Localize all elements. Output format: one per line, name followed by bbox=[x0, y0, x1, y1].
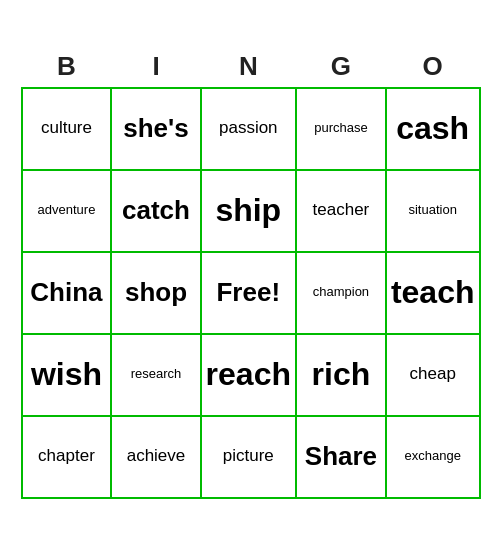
header-cell: O bbox=[386, 46, 480, 88]
cell-label: ship bbox=[206, 193, 291, 228]
cell-label: situation bbox=[391, 203, 475, 217]
cell-label: champion bbox=[301, 285, 381, 299]
bingo-cell: Share bbox=[296, 416, 386, 498]
cell-label: Free! bbox=[206, 278, 291, 307]
bingo-cell: exchange bbox=[386, 416, 480, 498]
bingo-cell: Free! bbox=[201, 252, 296, 334]
bingo-cell: she's bbox=[111, 88, 200, 170]
cell-label: catch bbox=[116, 196, 195, 225]
bingo-cell: achieve bbox=[111, 416, 200, 498]
bingo-cell: research bbox=[111, 334, 200, 416]
bingo-cell: cheap bbox=[386, 334, 480, 416]
cell-label: exchange bbox=[391, 449, 475, 463]
cell-label: wish bbox=[27, 357, 107, 392]
bingo-cell: purchase bbox=[296, 88, 386, 170]
cell-label: achieve bbox=[116, 447, 195, 466]
bingo-cell: adventure bbox=[22, 170, 112, 252]
bingo-cell: catch bbox=[111, 170, 200, 252]
cell-label: she's bbox=[116, 114, 195, 143]
bingo-table: BINGO cultureshe'spassionpurchasecashadv… bbox=[21, 46, 481, 499]
bingo-cell: passion bbox=[201, 88, 296, 170]
table-row: chapterachievepictureShareexchange bbox=[22, 416, 480, 498]
bingo-cell: shop bbox=[111, 252, 200, 334]
header-cell: I bbox=[111, 46, 200, 88]
bingo-cell: China bbox=[22, 252, 112, 334]
cell-label: chapter bbox=[27, 447, 107, 466]
header-cell: N bbox=[201, 46, 296, 88]
cell-label: China bbox=[27, 278, 107, 307]
header-cell: B bbox=[22, 46, 112, 88]
cell-label: teacher bbox=[301, 201, 381, 220]
bingo-cell: picture bbox=[201, 416, 296, 498]
table-row: cultureshe'spassionpurchasecash bbox=[22, 88, 480, 170]
cell-label: research bbox=[116, 367, 195, 381]
table-row: ChinashopFree!championteach bbox=[22, 252, 480, 334]
bingo-cell: culture bbox=[22, 88, 112, 170]
cell-label: cash bbox=[391, 111, 475, 146]
bingo-cell: cash bbox=[386, 88, 480, 170]
cell-label: culture bbox=[27, 119, 107, 138]
bingo-cell: chapter bbox=[22, 416, 112, 498]
bingo-cell: rich bbox=[296, 334, 386, 416]
header-row: BINGO bbox=[22, 46, 480, 88]
cell-label: picture bbox=[206, 447, 291, 466]
bingo-cell: ship bbox=[201, 170, 296, 252]
cell-label: teach bbox=[391, 275, 475, 310]
cell-label: cheap bbox=[391, 365, 475, 384]
bingo-cell: teach bbox=[386, 252, 480, 334]
cell-label: Share bbox=[301, 442, 381, 471]
header-cell: G bbox=[296, 46, 386, 88]
cell-label: passion bbox=[206, 119, 291, 138]
table-row: wishresearchreachrichcheap bbox=[22, 334, 480, 416]
bingo-cell: situation bbox=[386, 170, 480, 252]
bingo-cell: teacher bbox=[296, 170, 386, 252]
bingo-cell: champion bbox=[296, 252, 386, 334]
cell-label: reach bbox=[206, 357, 291, 392]
cell-label: rich bbox=[301, 357, 381, 392]
bingo-cell: reach bbox=[201, 334, 296, 416]
bingo-cell: wish bbox=[22, 334, 112, 416]
cell-label: adventure bbox=[27, 203, 107, 217]
table-row: adventurecatchshipteachersituation bbox=[22, 170, 480, 252]
bingo-card: BINGO cultureshe'spassionpurchasecashadv… bbox=[11, 36, 491, 509]
cell-label: shop bbox=[116, 278, 195, 307]
cell-label: purchase bbox=[301, 121, 381, 135]
